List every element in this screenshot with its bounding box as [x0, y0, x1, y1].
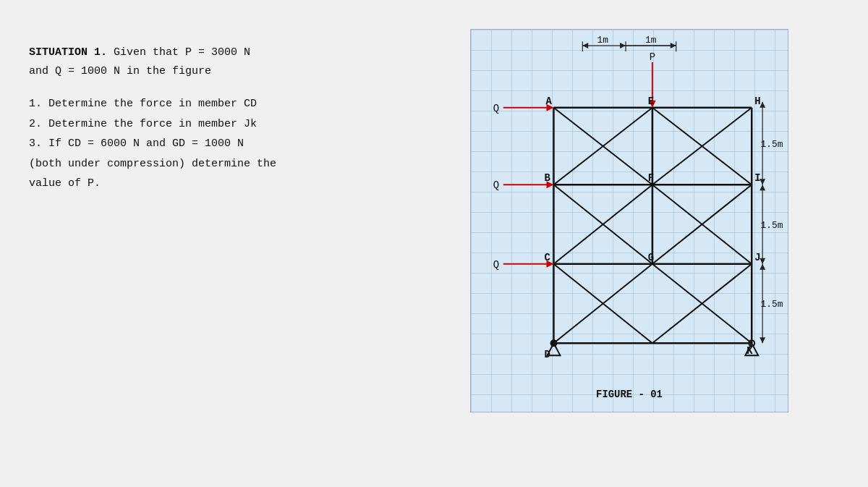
q-mid-label: Q [493, 179, 499, 191]
node-i: I [754, 172, 760, 184]
node-a: A [546, 96, 553, 107]
node-j: J [754, 252, 760, 263]
text-section: SITUATION 1. Given that P = 3000 N and Q… [22, 29, 441, 209]
situation-title: SITUATION 1. [29, 46, 107, 59]
dim-1m-left: 1m [597, 35, 608, 46]
given-text-1: Given that P = 3000 N [107, 46, 250, 59]
svg-marker-1 [582, 43, 588, 48]
q-bot-label: Q [493, 259, 499, 271]
grid-canvas: 1m 1m 1.5m 1.5m 1.5m [470, 29, 788, 412]
problem-3-line1: 3. If CD = 6000 N and GD = 1000 N [29, 135, 434, 153]
given-line-2: and Q = 1000 N in the figure [29, 62, 434, 81]
p-label: P [650, 51, 655, 63]
q-top-label: Q [493, 103, 499, 114]
situation-header: SITUATION 1. Given that P = 3000 N [29, 43, 434, 62]
figure-svg: 1m 1m 1.5m 1.5m 1.5m [471, 30, 788, 412]
problem-3-line3: value of P. [29, 174, 434, 193]
figure-label: FIGURE - 01 [596, 389, 663, 400]
dim-1m-right: 1m [645, 35, 657, 46]
svg-point-42 [550, 339, 558, 347]
node-e: E [648, 96, 654, 107]
problem-1: 1. Determine the force in member CD [29, 95, 434, 114]
node-f: F [648, 172, 654, 184]
problem-3-line2: (both under compression) determine the [29, 155, 434, 174]
node-c: C [545, 252, 550, 263]
problems-section: 1. Determine the force in member CD 2. D… [29, 95, 434, 193]
node-h: H [754, 96, 760, 107]
svg-marker-12 [760, 264, 765, 270]
node-b: B [545, 172, 551, 184]
dim-1-5m-top: 1.5m [761, 139, 783, 150]
problem-2: 2. Determine the force in member Jk [29, 115, 434, 134]
page: SITUATION 1. Given that P = 3000 N and Q… [0, 0, 868, 487]
dim-1-5m-bot: 1.5m [761, 299, 783, 310]
svg-marker-4 [671, 43, 676, 48]
svg-marker-13 [760, 337, 765, 343]
node-g: G [648, 252, 654, 263]
svg-marker-2 [620, 43, 626, 48]
svg-marker-9 [760, 185, 765, 190]
dim-1-5m-mid: 1.5m [761, 220, 783, 231]
figure-section: 1m 1m 1.5m 1.5m 1.5m [441, 29, 817, 412]
